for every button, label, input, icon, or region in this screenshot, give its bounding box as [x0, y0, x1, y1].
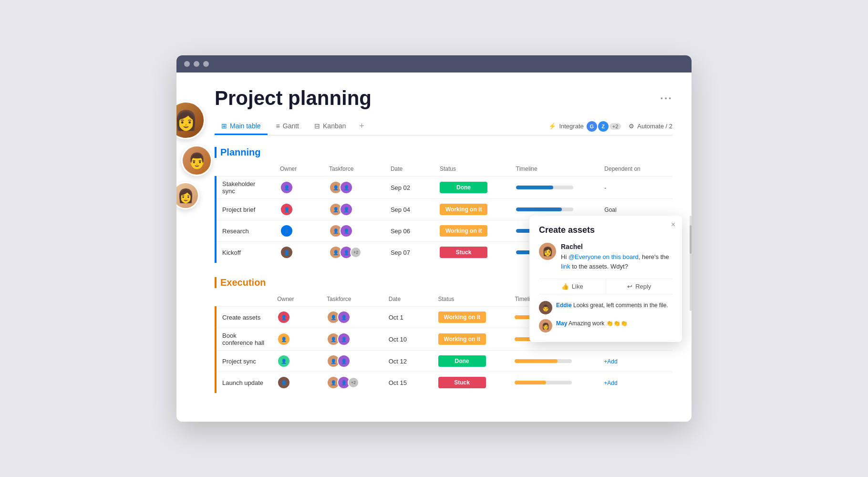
col-date-header: Date	[385, 162, 434, 176]
mention-link[interactable]: @Everyone on this board	[568, 253, 639, 260]
task-label[interactable]: Kickoff	[216, 242, 274, 263]
reply-icon: ↩	[627, 283, 632, 290]
browser-window: 👩 👨 👩 Project planning ··· ⊞ Main table	[176, 55, 692, 422]
integration-icons: G Z +2	[587, 121, 621, 132]
tab-gantt-label: Gantt	[283, 122, 299, 130]
exec-task-label[interactable]: Launch update	[216, 372, 271, 394]
dependent-value: Goal	[604, 207, 616, 213]
exec-status-cell: Working on it	[433, 307, 509, 328]
timeline-track	[516, 186, 573, 189]
exec-dependent-cell[interactable]: +Add	[598, 372, 672, 394]
owner-avatar: 👤	[280, 203, 293, 216]
col-status-header: Status	[434, 162, 510, 176]
tf-avatar-2: 👤	[337, 354, 351, 368]
popup-close-button[interactable]: ×	[671, 220, 675, 229]
task-label[interactable]: Research	[216, 220, 274, 242]
exec-task-label[interactable]: Create assets	[216, 307, 271, 328]
dependent-cell: -	[599, 176, 672, 199]
exec-taskforce-cell: 👤 👤	[321, 307, 383, 328]
tf-avatar-2: 👤	[337, 311, 351, 324]
like-label: Like	[572, 283, 583, 290]
timeline-fill	[515, 381, 546, 384]
taskforce-cell: 👤 👤+2	[323, 242, 385, 263]
exec-task-label[interactable]: Project sync	[216, 351, 271, 372]
status-badge: Stuck	[438, 377, 486, 388]
comment-popup: × Create assets 👩 Rachel Hi @Everyone on…	[529, 216, 682, 342]
may-name: May	[556, 320, 567, 327]
page-title-row: Project planning ···	[215, 87, 672, 110]
timeline-fill	[515, 359, 558, 363]
more-options-button[interactable]: ···	[660, 92, 672, 105]
automate-button[interactable]: ⚙ Automate / 2	[629, 123, 672, 130]
date-cell: Sep 06	[385, 220, 434, 242]
taskforce-cell: 👤 👤+2	[329, 246, 379, 259]
task-label[interactable]: Stakeholder sync	[216, 176, 274, 199]
tf-extra-badge: +2	[348, 377, 359, 388]
tab-main-table[interactable]: ⊞ Main table	[215, 118, 268, 135]
timeline-cell	[515, 381, 572, 384]
browser-dot-3	[203, 61, 209, 67]
taskforce-cell: 👤 👤	[323, 176, 385, 199]
may-avatar: 👩	[539, 319, 552, 332]
owner-avatar: 👤	[277, 354, 290, 368]
eddie-name: Eddie	[556, 302, 572, 309]
taskforce-cell: 👤 👤	[329, 181, 379, 194]
exec-col-status-header: Status	[433, 292, 509, 307]
date-cell: Sep 07	[385, 242, 434, 263]
date-cell: Sep 04	[385, 199, 434, 220]
reply-button[interactable]: ↩ Reply	[606, 279, 673, 294]
exec-task-label[interactable]: Book conference hall	[216, 328, 271, 351]
exec-add-btn[interactable]: +Add	[604, 358, 617, 365]
col-dependent-header: Dependent on	[599, 162, 672, 176]
task-label[interactable]: Project brief	[216, 199, 274, 220]
status-badge: Done	[438, 355, 486, 367]
exec-dependent-cell[interactable]: +Add	[598, 351, 672, 372]
add-tab-button[interactable]: +	[354, 117, 369, 135]
owner-avatar: 👤	[277, 376, 290, 389]
tf-extra-badge: +2	[350, 247, 362, 258]
exec-date-cell: Oct 10	[383, 328, 433, 351]
rachel-avatar: 👩	[539, 243, 556, 260]
status-cell: Stuck	[434, 242, 510, 263]
exec-col-taskforce-header: Taskforce	[321, 292, 383, 307]
owner-avatar: 👤	[277, 311, 290, 324]
eddie-avatar: 👨	[539, 301, 552, 314]
tab-kanban[interactable]: ⊟ Kanban	[308, 118, 352, 135]
col-taskforce-header: Taskforce	[323, 162, 385, 176]
kanban-icon: ⊟	[314, 122, 320, 130]
assets-link[interactable]: link	[561, 263, 570, 270]
exec-owner-cell: 👤	[271, 351, 321, 372]
status-badge: Stuck	[440, 247, 487, 258]
content-area: 👩 👨 👩 Project planning ··· ⊞ Main table	[176, 73, 692, 422]
reply-may: 👩 May Amazing work 👏👏👏	[539, 319, 672, 332]
exec-date-cell: Oct 1	[383, 307, 433, 328]
integrate-icon: ⚡	[548, 123, 556, 130]
owner-cell: 👤	[277, 376, 315, 389]
integrate-button[interactable]: ⚡ Integrate G Z +2	[548, 121, 621, 132]
avatar-2: 👨	[181, 145, 212, 176]
exec-col-date-header: Date	[383, 292, 433, 307]
taskforce-cell: 👤 👤	[327, 354, 377, 368]
taskforce-cell: 👤 👤	[327, 332, 377, 346]
like-button[interactable]: 👍 Like	[539, 279, 606, 294]
owner-cell: 👤	[274, 199, 323, 220]
may-reply-text: May Amazing work 👏👏👏	[556, 319, 628, 332]
status-badge: Working on it	[438, 333, 486, 345]
reply-label: Reply	[635, 283, 651, 290]
exec-date-cell: Oct 12	[383, 351, 433, 372]
scrollbar[interactable]	[690, 216, 692, 311]
exec-add-btn[interactable]: +Add	[604, 380, 617, 386]
timeline-track	[515, 381, 572, 384]
owner-cell: 👤	[274, 220, 323, 242]
comment-text: Hi @Everyone on this board, here's the l…	[561, 252, 672, 271]
automate-label: Automate / 2	[637, 123, 672, 130]
date-cell: Sep 02	[385, 176, 434, 199]
tab-gantt[interactable]: ≡ Gantt	[269, 118, 306, 135]
owner-avatar: 👤	[280, 224, 293, 238]
timeline-cell	[516, 207, 573, 211]
status-badge: Done	[440, 182, 487, 193]
owner-avatar: 👤	[277, 332, 290, 346]
taskforce-cell: 👤 👤+2	[327, 376, 377, 389]
exec-taskforce-cell: 👤 👤	[321, 328, 383, 351]
exec-status-cell: Working on it	[433, 328, 509, 351]
